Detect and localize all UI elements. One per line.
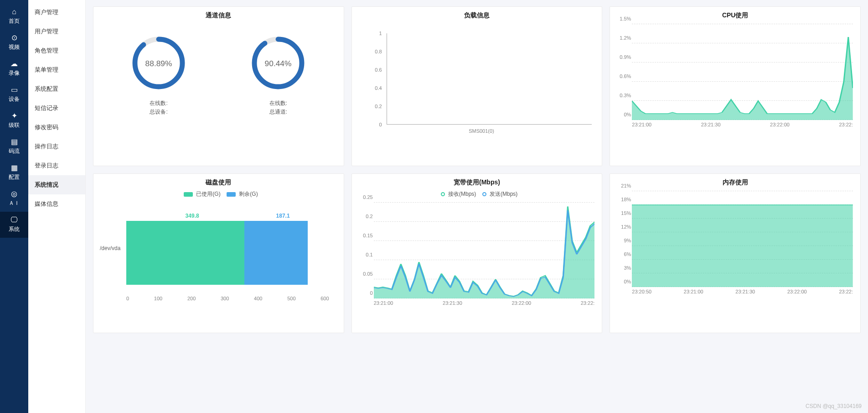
legend-ring-rx <box>441 192 445 196</box>
primary-nav: ⌂首页⊙视频☁录像▭设备✦级联▤码流▦配置◎ＡＩ🖵系统 <box>0 0 28 413</box>
sidebar-item[interactable]: 媒体信息 <box>28 194 85 214</box>
sidebar-item[interactable]: 用户管理 <box>28 22 85 41</box>
disk-chart: /dev/vda 349.8 187.1 <box>126 203 329 294</box>
sidebar-item[interactable]: 修改密码 <box>28 118 85 137</box>
app-root: ⌂首页⊙视频☁录像▭设备✦级联▤码流▦配置◎ＡＩ🖵系统 商户管理用户管理角色管理… <box>0 0 868 413</box>
video-icon: ⊙ <box>0 34 28 42</box>
sidebar-item[interactable]: 角色管理 <box>28 41 85 60</box>
sidebar-item[interactable]: 菜单管理 <box>28 60 85 79</box>
card-cpu: CPU使用 0%0.3%0.6%0.9%1.2%1.5% 23:21:0023:… <box>610 6 861 166</box>
bandwidth-chart: 00.050.10.150.20.25 <box>374 203 595 298</box>
sidebar-item[interactable]: 登录日志 <box>28 156 85 175</box>
config-icon: ▦ <box>0 164 28 172</box>
load-chart: 10.80.60.40.20 SMS001(0) <box>371 33 592 134</box>
disk-legend: 已使用(G) 剩余(G) <box>99 190 338 198</box>
watermark: CSDN @qq_33104169 <box>806 403 862 409</box>
legend-ring-tx <box>482 192 486 196</box>
secondary-nav: 商户管理用户管理角色管理菜单管理系统配置短信记录修改密码操作日志登录日志系统情况… <box>28 0 86 413</box>
sidebar-item[interactable]: 操作日志 <box>28 137 85 156</box>
card-title: 宽带使用(Mbps) <box>357 178 597 187</box>
legend-swatch-free <box>227 192 236 197</box>
gauge-total-label: 总设备: <box>129 108 188 116</box>
ai-icon: ◎ <box>0 190 28 198</box>
sidebar-item[interactable]: 系统配置 <box>28 79 85 99</box>
nav-ai[interactable]: ◎ＡＩ <box>0 186 28 212</box>
card-bandwidth: 宽带使用(Mbps) 接收(Mbps) 发送(Mbps) 00.050.10.1… <box>351 173 603 333</box>
nav-device[interactable]: ▭设备 <box>0 82 28 108</box>
gauge-online-label: 在线数: <box>129 99 188 108</box>
card-title: 磁盘使用 <box>99 178 338 187</box>
sidebar-item[interactable]: 商户管理 <box>28 3 85 22</box>
disk-category-label: /dev/vda <box>100 245 120 251</box>
gauge-total-label: 总通道: <box>248 108 308 116</box>
gauge-devices: 88.89% 在线数: 总设备: <box>129 33 188 116</box>
stream-icon: ▤ <box>0 138 28 146</box>
card-title: 内存使用 <box>615 178 855 187</box>
system-icon: 🖵 <box>0 216 28 224</box>
card-title: 通道信息 <box>99 11 338 20</box>
nav-video[interactable]: ⊙视频 <box>0 30 28 56</box>
sidebar-item[interactable]: 短信记录 <box>28 99 85 118</box>
record-icon: ☁ <box>0 60 28 68</box>
bw-legend: 接收(Mbps) 发送(Mbps) <box>357 190 597 198</box>
load-x-label: SMS001(0) <box>469 128 494 134</box>
home-icon: ⌂ <box>0 8 28 16</box>
cpu-chart: 0%0.3%0.6%0.9%1.2%1.5% <box>632 24 853 120</box>
nav-system[interactable]: 🖵系统 <box>0 212 28 238</box>
memory-chart: 0%3%6%9%12%15%18%21% <box>632 191 853 287</box>
card-disk: 磁盘使用 已使用(G) 剩余(G) /dev/vda 349.8 187.1 0… <box>93 173 344 333</box>
card-title: CPU使用 <box>615 11 855 20</box>
nav-stream[interactable]: ▤码流 <box>0 134 28 160</box>
gauge-online-label: 在线数: <box>248 99 308 108</box>
nav-config[interactable]: ▦配置 <box>0 160 28 186</box>
card-channel-info: 通道信息 88.89% 在线数: 总设备: <box>93 6 344 166</box>
svg-text:90.44%: 90.44% <box>265 59 292 68</box>
main-content: 通道信息 88.89% 在线数: 总设备: <box>86 0 868 413</box>
nav-home[interactable]: ⌂首页 <box>0 4 28 30</box>
sidebar-item[interactable]: 系统情况 <box>28 175 85 194</box>
device-icon: ▭ <box>0 86 28 94</box>
gauge-channels: 90.44% 在线数: 总通道: <box>248 33 308 116</box>
svg-text:88.89%: 88.89% <box>145 59 172 68</box>
dashboard-grid: 通道信息 88.89% 在线数: 总设备: <box>93 6 861 333</box>
cascade-icon: ✦ <box>0 112 28 120</box>
card-title: 负载信息 <box>357 11 597 20</box>
card-memory: 内存使用 0%3%6%9%12%15%18%21% 23:20:5023:21:… <box>610 173 861 333</box>
nav-record[interactable]: ☁录像 <box>0 56 28 82</box>
nav-cascade[interactable]: ✦级联 <box>0 108 28 134</box>
card-load-info: 负载信息 10.80.60.40.20 SMS001(0) <box>351 6 603 166</box>
legend-swatch-used <box>184 192 193 197</box>
